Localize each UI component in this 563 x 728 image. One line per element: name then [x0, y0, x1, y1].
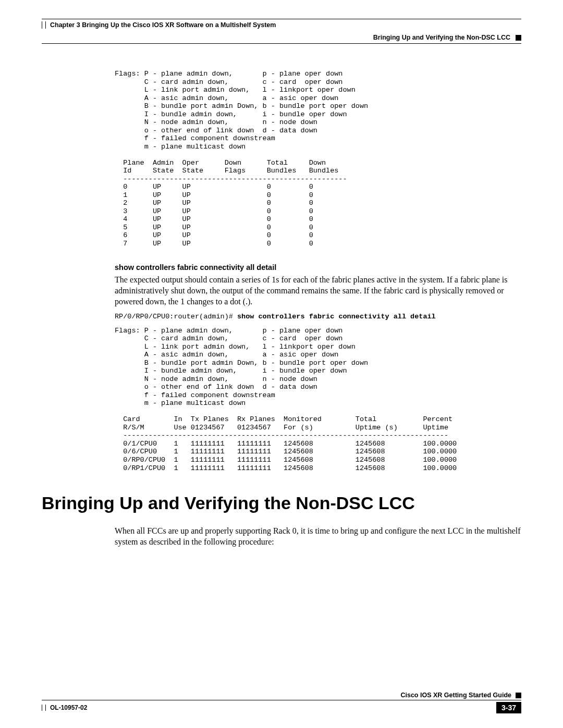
section-marker-icon	[516, 35, 521, 41]
footer: Cisco IOS XR Getting Started Guide OL-10…	[42, 692, 521, 713]
page-number: 3-37	[496, 702, 521, 713]
plane-table: Plane Admin Oper Down Total Down Id Stat…	[115, 159, 347, 248]
footer-guide-title: Cisco IOS XR Getting Started Guide	[400, 692, 511, 699]
doc-id: OL-10957-02	[50, 704, 87, 711]
cli-command: show controllers fabric connectivity all…	[237, 313, 436, 320]
subheading-show-controllers: show controllers fabric connectivity all…	[115, 263, 521, 272]
footer-rule	[42, 700, 521, 700]
header-rule-top	[42, 19, 521, 19]
cli-prompt: RP/0/RP0/CPU0:router(admin)#	[115, 313, 237, 320]
footer-end-marker-icon	[516, 693, 521, 698]
doc-id-wrap: OL-10957-02	[42, 704, 87, 711]
chapter-title: Chapter 3 Bringing Up the Cisco IOS XR S…	[50, 21, 276, 29]
chapter-marker-icon	[42, 21, 46, 29]
flags-text-2: Flags: P - plane admin down, p - plane o…	[115, 327, 368, 408]
flags-block-1: Flags: P - plane admin down, p - plane o…	[115, 70, 521, 248]
flags-block-2: Flags: P - plane admin down, p - plane o…	[115, 327, 521, 472]
section-row: Bringing Up and Verifying the Non-DSC LC…	[42, 34, 521, 41]
footer-top: Cisco IOS XR Getting Started Guide	[42, 692, 521, 699]
section-title: Bringing Up and Verifying the Non-DSC LC…	[373, 34, 510, 41]
closing-content: When all FCCs are up and properly suppor…	[115, 526, 521, 548]
connectivity-table: Card In Tx Planes Rx Planes Monitored To…	[115, 415, 457, 472]
chapter-row: Chapter 3 Bringing Up the Cisco IOS XR S…	[42, 21, 521, 29]
header-rule-bottom	[42, 43, 521, 44]
page-heading: Bringing Up and Verifying the Non-DSC LC…	[42, 493, 521, 513]
closing-paragraph: When all FCCs are up and properly suppor…	[115, 526, 521, 548]
footer-bottom: OL-10957-02 3-37	[42, 702, 521, 713]
flags-text-1: Flags: P - plane admin down, p - plane o…	[115, 70, 368, 151]
paragraph-expected-output: The expected output should contain a ser…	[115, 275, 521, 307]
cli-prompt-line: RP/0/RP0/CPU0:router(admin)# show contro…	[115, 313, 521, 320]
content-area: Flags: P - plane admin down, p - plane o…	[115, 70, 521, 472]
doc-id-marker-icon	[42, 705, 46, 711]
